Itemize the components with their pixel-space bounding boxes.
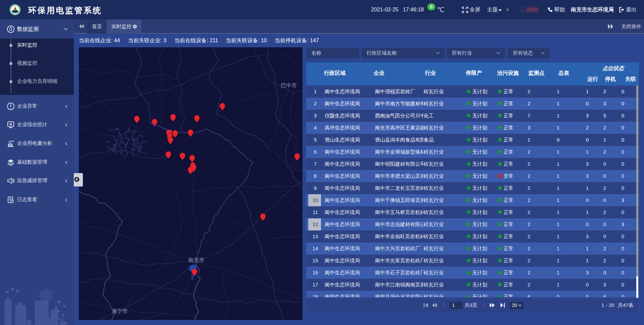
- svg-text:遂宁市: 遂宁市: [112, 308, 128, 314]
- svg-text:巴中市: 巴中市: [281, 83, 297, 88]
- svg-text:南充市: 南充市: [188, 257, 204, 263]
